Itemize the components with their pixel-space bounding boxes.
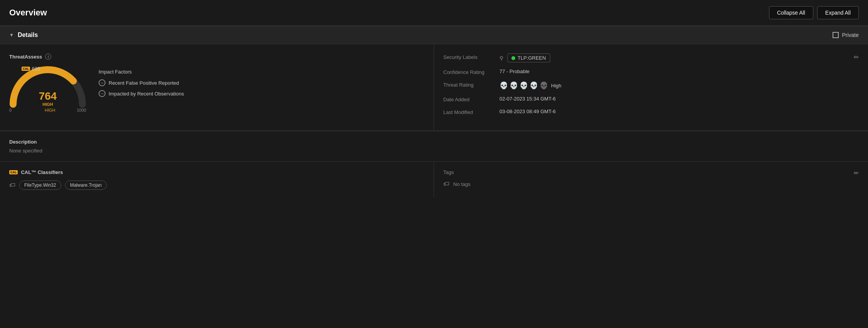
threat-rating-text: High [551,83,561,89]
minus-circle-icon-1: − [99,79,106,86]
date-added-value: 02-07-2023 15:34 GMT-6 [499,96,859,102]
cal-classifiers-header: CAL CAL™ Classifiers [9,169,424,175]
security-labels-label: Security Labels [443,54,493,60]
last-modified-row: Last Modified 03-08-2023 08:49 GMT-6 [443,109,859,115]
details-content: ThreatAssess i CAL 695 764 HIGH [0,44,868,131]
gauge-container: CAL 695 764 HIGH 0 HIGH 1000 [9,66,86,112]
date-added-label: Date Added [443,96,493,102]
tlp-badge: TLP:GREEN [507,54,550,62]
tags-label: Tags [443,169,859,175]
skull-3: 💀 [519,81,528,90]
chevron-down-icon[interactable]: ▼ [9,32,14,38]
gauge-labels: 0 HIGH 1000 [9,108,86,112]
skull-1: 💀 [499,81,508,90]
threat-assess-header: ThreatAssess i [9,54,424,60]
private-control: Private [833,32,859,38]
cal-classifiers-label: CAL™ Classifiers [21,169,63,175]
threat-rating-label: Threat Rating [443,81,493,88]
confidence-rating-value: 77 - Probable [499,69,859,74]
description-section: Description None specified [0,131,868,161]
private-label: Private [842,32,859,38]
impact-factor-1: Recent False Positive Reported [109,80,179,86]
page-title: Overview [9,8,47,18]
gauge-min-label: 0 [9,108,12,112]
tags-section: ✏ Tags 🏷 No tags [434,162,868,197]
minus-circle-icon-2: − [99,90,106,97]
cal-classifiers-section: CAL CAL™ Classifiers 🏷 FileType.Win32 Ma… [0,162,434,197]
confidence-rating-row: Confidence Rating 77 - Probable [443,69,859,75]
page-header: Overview Collapse All Expand All [0,0,868,26]
collapse-all-button[interactable]: Collapse All [769,6,813,19]
gauge-svg: 764 HIGH [9,66,86,108]
classifiers-row: 🏷 FileType.Win32 Malware.Trojan [9,181,424,190]
threat-assess-label: ThreatAssess [9,54,42,60]
impact-item-1: − Recent False Positive Reported [99,79,184,86]
private-checkbox[interactable] [833,32,839,38]
tlp-dot [511,56,515,60]
description-label: Description [9,139,859,145]
date-added-row: Date Added 02-07-2023 15:34 GMT-6 [443,96,859,102]
last-modified-label: Last Modified [443,109,493,115]
tags-value: No tags [453,181,471,187]
gauge-max-label: 1000 [77,108,86,112]
skull-2: 💀 [509,81,518,90]
expand-all-button[interactable]: Expand All [817,6,859,19]
tlp-text: TLP:GREEN [518,55,546,61]
last-modified-value: 03-08-2023 08:49 GMT-6 [499,109,859,114]
security-labels-row: Security Labels ⚲ TLP:GREEN [443,54,859,62]
skull-4: 💀 [530,81,538,90]
tags-icon: 🏷 [443,181,449,187]
header-buttons: Collapse All Expand All [769,6,859,19]
edit-icon-bottom[interactable]: ✏ [854,169,859,177]
classifier-chip-1[interactable]: FileType.Win32 [19,181,61,190]
left-panel: ThreatAssess i CAL 695 764 HIGH [0,44,434,131]
cal-tag: CAL [22,67,30,71]
threat-rating-value: 💀 💀 💀 💀 💀 High [499,81,859,90]
threat-rating-row: Threat Rating 💀 💀 💀 💀 💀 High [443,81,859,90]
gauge-cal-score: CAL 695 [22,66,40,72]
cal-score-value: 695 [32,66,40,72]
gauge-rating-label: HIGH [45,108,55,112]
description-value: None specified [9,148,859,154]
impact-factor-2: Impacted by Recent Observations [109,91,184,97]
svg-text:HIGH: HIGH [42,102,53,107]
tags-row: 🏷 No tags [443,181,859,187]
details-section-header: ▼ Details Private [0,26,868,44]
svg-text:764: 764 [39,90,57,102]
bottom-section: CAL CAL™ Classifiers 🏷 FileType.Win32 Ma… [0,161,868,197]
impact-factors: Impact Factors − Recent False Positive R… [99,66,184,101]
info-icon[interactable]: i [45,54,51,60]
link-icon: ⚲ [499,55,503,61]
gauge-area: CAL 695 764 HIGH 0 HIGH 1000 [9,66,424,112]
details-header-left: ▼ Details [9,32,38,38]
skull-5: 💀 [540,81,548,90]
confidence-rating-label: Confidence Rating [443,69,493,75]
impact-item-2: − Impacted by Recent Observations [99,90,184,97]
tag-icon: 🏷 [9,182,15,189]
cal-icon: CAL [9,170,18,174]
right-panel: ✏ Security Labels ⚲ TLP:GREEN Confidence… [434,44,868,131]
classifier-chip-2[interactable]: Malware.Trojan [65,181,107,190]
details-title: Details [18,32,38,38]
edit-icon-top[interactable]: ✏ [854,54,859,61]
security-labels-value: ⚲ TLP:GREEN [499,54,859,62]
impact-factors-title: Impact Factors [99,69,184,75]
